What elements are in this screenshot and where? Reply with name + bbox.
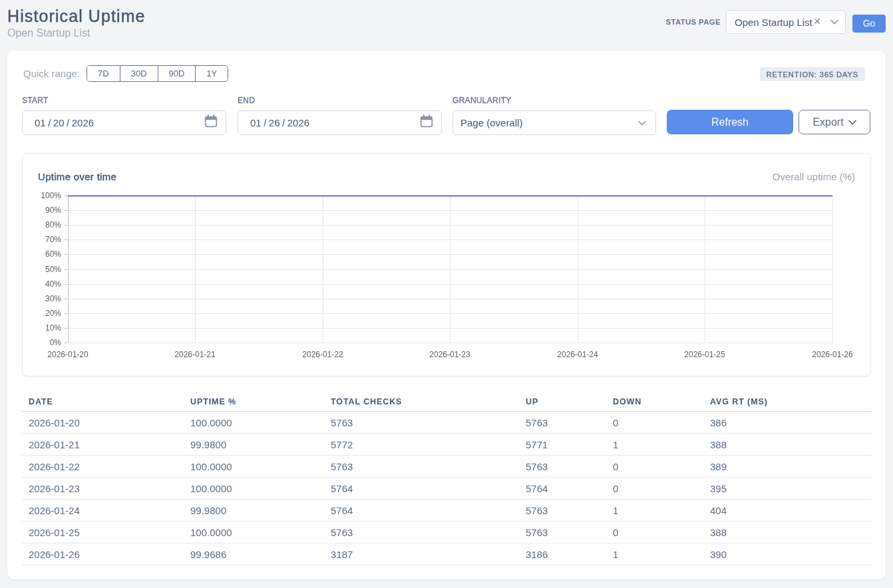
svg-text:2026-01-22: 2026-01-22	[302, 350, 343, 359]
svg-text:2026-01-24: 2026-01-24	[557, 350, 598, 359]
svg-text:90%: 90%	[45, 206, 61, 215]
svg-text:30%: 30%	[45, 294, 61, 303]
svg-text:40%: 40%	[45, 279, 61, 289]
svg-text:2026-01-21: 2026-01-21	[174, 350, 216, 359]
svg-text:2026-01-25: 2026-01-25	[684, 350, 725, 359]
svg-text:60%: 60%	[45, 249, 61, 259]
svg-text:20%: 20%	[45, 309, 61, 318]
svg-text:2026-01-23: 2026-01-23	[429, 350, 470, 359]
svg-text:50%: 50%	[45, 265, 61, 274]
svg-text:2026-01-20: 2026-01-20	[47, 350, 89, 359]
svg-text:0%: 0%	[50, 338, 62, 347]
svg-text:100%: 100%	[41, 191, 61, 200]
svg-text:80%: 80%	[45, 220, 61, 229]
svg-text:70%: 70%	[45, 235, 61, 244]
svg-text:10%: 10%	[45, 323, 61, 333]
svg-text:2026-01-26: 2026-01-26	[812, 350, 853, 359]
